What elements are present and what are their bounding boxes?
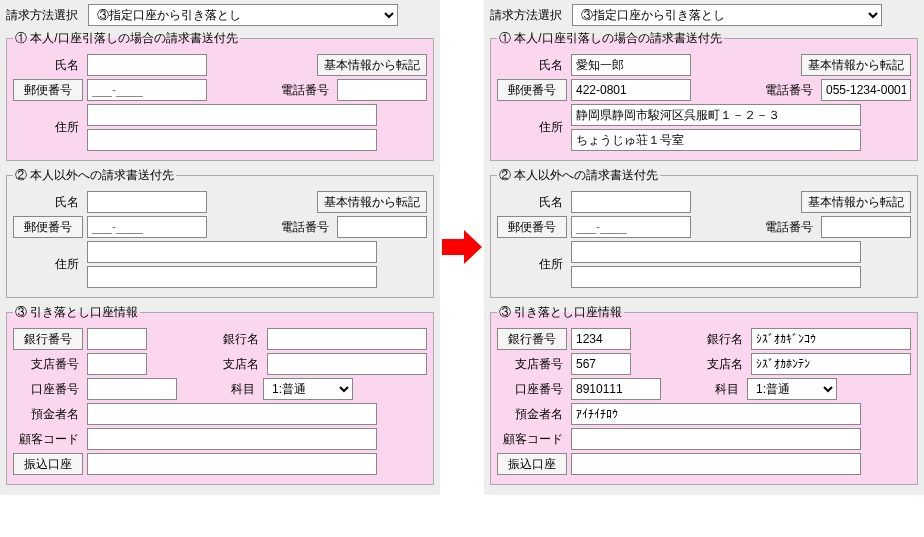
kamoku-label: 科目: [203, 381, 259, 398]
group1-legend-r: ① 本人/口座引落しの場合の請求書送付先: [497, 30, 724, 47]
billing-method-label: 請求方法選択: [6, 7, 82, 24]
svg-marker-0: [442, 230, 482, 264]
address-label-r: 住所: [497, 119, 567, 136]
bank-name-input[interactable]: [267, 328, 427, 350]
phone-label-2r: 電話番号: [761, 219, 817, 236]
phone-label: 電話番号: [277, 82, 333, 99]
panel-before: 請求方法選択 ③指定口座から引き落とし ① 本人/口座引落しの場合の請求書送付先…: [0, 0, 440, 495]
address2-line1-input[interactable]: [87, 241, 377, 263]
address-label-2r: 住所: [497, 256, 567, 273]
address-line1-input[interactable]: [87, 104, 377, 126]
postal-button-2r[interactable]: 郵便番号: [497, 216, 567, 238]
bank-name-label: 銀行名: [207, 331, 263, 348]
group2-legend-r: ② 本人以外への請求書送付先: [497, 167, 660, 184]
address2-line2-input-r[interactable]: [571, 266, 861, 288]
group3-legend-r: ③ 引き落とし口座情報: [497, 304, 624, 321]
copy-basic-button-r[interactable]: 基本情報から転記: [801, 54, 911, 76]
address-label-2: 住所: [13, 256, 83, 273]
bank-name-input-r[interactable]: [751, 328, 911, 350]
phone-input[interactable]: [337, 79, 427, 101]
name-label-2: 氏名: [13, 194, 83, 211]
customer-code-input-r[interactable]: [571, 428, 861, 450]
group-self-recipient-r: ① 本人/口座引落しの場合の請求書送付先 氏名 基本情報から転記 郵便番号 電話…: [490, 30, 918, 161]
holder-label-r: 預金者名: [497, 406, 567, 423]
phone-input-2[interactable]: [337, 216, 427, 238]
branch-name-label: 支店名: [207, 356, 263, 373]
postal-button[interactable]: 郵便番号: [13, 79, 83, 101]
bank-name-label-r: 銀行名: [691, 331, 747, 348]
postal-input[interactable]: [87, 79, 207, 101]
group-other-recipient-r: ② 本人以外への請求書送付先 氏名 基本情報から転記 郵便番号 電話番号 住所: [490, 167, 918, 298]
name-label: 氏名: [13, 57, 83, 74]
transfer-account-button-r[interactable]: 振込口座: [497, 453, 567, 475]
group2-legend: ② 本人以外への請求書送付先: [13, 167, 176, 184]
customer-code-input[interactable]: [87, 428, 377, 450]
transfer-account-input-r[interactable]: [571, 453, 861, 475]
postal-input-r[interactable]: [571, 79, 691, 101]
account-no-input-r[interactable]: [571, 378, 661, 400]
transition-arrow: [440, 0, 484, 264]
kamoku-select-r[interactable]: 1:普通: [747, 378, 837, 400]
name-label-2r: 氏名: [497, 194, 567, 211]
address-line2-input-r[interactable]: [571, 129, 861, 151]
address-line2-input[interactable]: [87, 129, 377, 151]
phone-label-r: 電話番号: [761, 82, 817, 99]
group-other-recipient: ② 本人以外への請求書送付先 氏名 基本情報から転記 郵便番号 電話番号 住所: [6, 167, 434, 298]
arrow-right-icon: [442, 230, 482, 264]
group-account-info: ③ 引き落とし口座情報 銀行番号 銀行名 支店番号 支店名 口座番号 科目 1:…: [6, 304, 434, 485]
panel-after: 請求方法選択 ③指定口座から引き落とし ① 本人/口座引落しの場合の請求書送付先…: [484, 0, 924, 495]
name-input-r[interactable]: [571, 54, 691, 76]
branch-name-input-r[interactable]: [751, 353, 911, 375]
postal-button-2[interactable]: 郵便番号: [13, 216, 83, 238]
customer-code-label: 顧客コード: [13, 431, 83, 448]
phone-label-2: 電話番号: [277, 219, 333, 236]
billing-method-select[interactable]: ③指定口座から引き落とし: [88, 4, 398, 26]
branch-name-label-r: 支店名: [691, 356, 747, 373]
account-no-input[interactable]: [87, 378, 177, 400]
address-line1-input-r[interactable]: [571, 104, 861, 126]
group-self-recipient: ① 本人/口座引落しの場合の請求書送付先 氏名 基本情報から転記 郵便番号 電話…: [6, 30, 434, 161]
branch-name-input[interactable]: [267, 353, 427, 375]
group3-legend: ③ 引き落とし口座情報: [13, 304, 140, 321]
bank-no-button[interactable]: 銀行番号: [13, 328, 83, 350]
group-account-info-r: ③ 引き落とし口座情報 銀行番号 銀行名 支店番号 支店名 口座番号 科目 1:…: [490, 304, 918, 485]
branch-no-label: 支店番号: [13, 356, 83, 373]
branch-no-label-r: 支店番号: [497, 356, 567, 373]
name-label-r: 氏名: [497, 57, 567, 74]
postal-input-2r[interactable]: [571, 216, 691, 238]
branch-no-input-r[interactable]: [571, 353, 631, 375]
address2-line1-input-r[interactable]: [571, 241, 861, 263]
bank-no-button-r[interactable]: 銀行番号: [497, 328, 567, 350]
copy-basic-button-2r[interactable]: 基本情報から転記: [801, 191, 911, 213]
phone-input-2r[interactable]: [821, 216, 911, 238]
holder-input-r[interactable]: [571, 403, 861, 425]
billing-method-label-r: 請求方法選択: [490, 7, 566, 24]
kamoku-select[interactable]: 1:普通: [263, 378, 353, 400]
copy-basic-button-2[interactable]: 基本情報から転記: [317, 191, 427, 213]
name-input-2[interactable]: [87, 191, 207, 213]
holder-input[interactable]: [87, 403, 377, 425]
account-no-label: 口座番号: [13, 381, 83, 398]
transfer-account-button[interactable]: 振込口座: [13, 453, 83, 475]
customer-code-label-r: 顧客コード: [497, 431, 567, 448]
address-label: 住所: [13, 119, 83, 136]
bank-no-input-r[interactable]: [571, 328, 631, 350]
account-no-label-r: 口座番号: [497, 381, 567, 398]
branch-no-input[interactable]: [87, 353, 147, 375]
name-input-2r[interactable]: [571, 191, 691, 213]
kamoku-label-r: 科目: [687, 381, 743, 398]
transfer-account-input[interactable]: [87, 453, 377, 475]
holder-label: 預金者名: [13, 406, 83, 423]
billing-method-select-r[interactable]: ③指定口座から引き落とし: [572, 4, 882, 26]
phone-input-r[interactable]: [821, 79, 911, 101]
bank-no-input[interactable]: [87, 328, 147, 350]
address2-line2-input[interactable]: [87, 266, 377, 288]
postal-button-r[interactable]: 郵便番号: [497, 79, 567, 101]
group1-legend: ① 本人/口座引落しの場合の請求書送付先: [13, 30, 240, 47]
name-input[interactable]: [87, 54, 207, 76]
postal-input-2[interactable]: [87, 216, 207, 238]
copy-basic-button[interactable]: 基本情報から転記: [317, 54, 427, 76]
